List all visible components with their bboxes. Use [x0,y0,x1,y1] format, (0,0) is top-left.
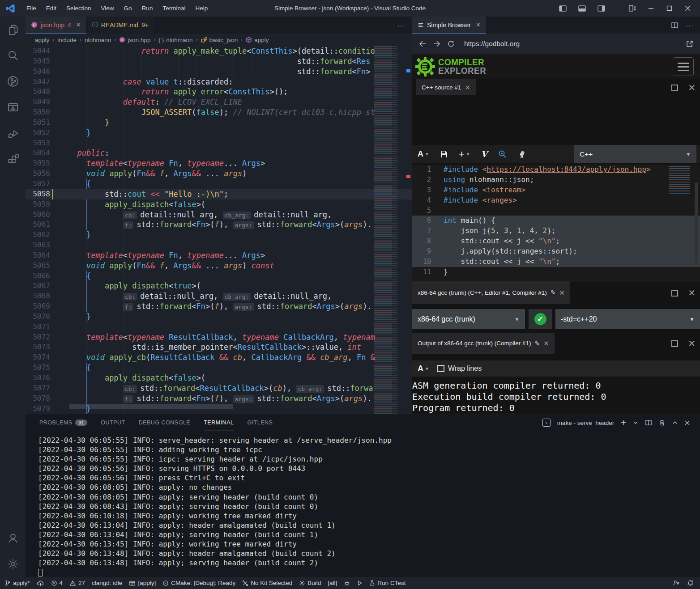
menu-run[interactable]: Run [137,0,158,17]
split-terminal-icon[interactable] [645,419,652,426]
panel-tab-output[interactable]: OUTPUT [101,414,125,431]
status-item--all-[interactable]: [all] [328,580,337,586]
panel-tab-debug-console[interactable]: DEBUG CONSOLE [139,414,191,431]
minimap[interactable] [374,46,405,414]
menu-view[interactable]: View [96,0,119,17]
wrap-lines-toggle[interactable]: Wrap lines [437,364,482,373]
reload-icon[interactable] [447,40,455,48]
url-input[interactable]: https://godbolt.org [464,40,679,48]
toggle-sidebar-icon[interactable] [559,5,567,12]
close-tab-icon[interactable]: ✕ [476,21,481,28]
menu-help[interactable]: Help [190,0,213,17]
godbolt-scrollbar[interactable] [695,182,698,263]
status-item-info-circle[interactable]: CMake: [Debug]: Ready [162,580,235,586]
status-item-feedback[interactable] [673,580,680,586]
status-item-beaker[interactable]: Run CTest [369,580,405,586]
search-icon[interactable] [0,42,26,68]
edit-pane-title-icon[interactable]: ✎ [535,340,540,347]
minimize-button[interactable] [648,5,654,12]
edit-pane-title-icon[interactable]: ✎ [551,289,556,296]
new-terminal-icon[interactable]: + [621,418,626,428]
terminal-output[interactable]: [2022-04-30 06:05:55] INFO: serve_header… [38,436,696,576]
save-icon[interactable] [440,150,448,158]
more-actions-icon[interactable]: ··· [397,21,405,29]
close-window-button[interactable] [684,5,691,12]
status-item-error-circle[interactable]: 4 [51,580,63,586]
open-external-icon[interactable] [686,40,694,48]
vim-mode-icon[interactable]: V [481,149,487,159]
compiler-pane-tab[interactable]: x86-64 gcc (trunk) (C++, Editor #1, Comp… [412,281,570,304]
horizontal-scrollbar[interactable] [69,404,233,409]
toggle-secondary-sidebar-icon[interactable] [598,5,605,12]
status-item-gear[interactable]: Build [299,580,321,586]
extensions-icon[interactable] [0,146,26,172]
breadcrumb-item[interactable]: { }nlohmann [158,37,192,43]
menu-go[interactable]: Go [119,0,137,17]
close-tab-icon[interactable]: ✕ [76,21,81,28]
simple-browser-preview-icon[interactable] [0,94,26,120]
hamburger-menu-icon[interactable] [673,57,694,76]
settings-gear-icon[interactable] [0,551,26,577]
toggle-panel-icon[interactable] [578,5,586,12]
breadcrumb-item[interactable]: Cjson.hpp [119,37,150,43]
status-item-play[interactable] [357,580,363,586]
panel-tab-terminal[interactable]: TERMINAL [204,414,234,431]
status-item-git-branch[interactable]: apply* [4,580,30,586]
language-select[interactable]: C++ ▼ [574,145,696,163]
font-size-icon[interactable]: A▼ [418,364,429,373]
kill-terminal-icon[interactable] [659,419,666,426]
compiler-explorer-logo[interactable]: COMPILER EXPLORER [415,56,489,77]
close-pane-icon[interactable]: ✕ [688,83,696,92]
close-pane-icon[interactable]: ✕ [543,340,549,347]
back-icon[interactable] [418,40,427,47]
tab-json-hpp[interactable]: C json.hpp 4 ✕ [26,17,87,34]
tab-readme-md[interactable]: ⓘ README.md 9+ [87,17,154,34]
terminal-dropdown-icon[interactable] [633,420,638,425]
maximize-pane-icon[interactable] [671,290,678,297]
compiler-select[interactable]: x86-64 gcc (trunk) ▼ [412,309,525,329]
breadcrumb-item[interactable]: basic_json [201,37,238,43]
source-control-icon[interactable] [0,68,26,94]
breadcrumb-item[interactable]: include [57,37,77,43]
maximize-button[interactable] [666,5,673,12]
close-pane-icon[interactable]: ✕ [559,289,565,296]
customize-layout-icon[interactable] [629,5,636,12]
status-item-clangd-idle[interactable]: clangd: idle [92,580,122,586]
close-panel-icon[interactable] [684,420,690,426]
split-editor-icon[interactable] [671,21,679,29]
forward-icon[interactable] [433,40,441,47]
breadcrumb-item[interactable]: apply [35,37,49,43]
account-icon[interactable] [0,525,26,551]
close-pane-icon[interactable]: ✕ [688,339,696,348]
maximize-pane-icon[interactable] [671,340,678,347]
panel-tab-gitlens[interactable]: GITLENS [247,414,273,431]
godbolt-code-editor[interactable]: 1#include <https://localhost:8443/apply/… [412,165,700,282]
font-size-icon[interactable]: A▼ [418,149,429,159]
maximize-panel-icon[interactable] [672,420,678,425]
breadcrumb-item[interactable]: nlohmann [85,37,111,43]
ostrich-icon[interactable] [517,150,525,159]
add-pane-icon[interactable]: +▼ [459,148,470,160]
run-debug-icon[interactable] [0,120,26,146]
close-pane-icon[interactable]: ✕ [465,84,471,91]
menu-selection[interactable]: Selection [61,0,96,17]
menu-terminal[interactable]: Terminal [158,0,190,17]
output-pane-tab[interactable]: Output of x86-64 gcc (trunk) (Compiler #… [412,333,555,354]
close-pane-icon[interactable]: ✕ [688,288,696,297]
status-item-bug[interactable] [344,580,350,586]
terminal-session-label[interactable]: make - serve_header [557,420,615,426]
tab-simple-browser[interactable]: Simple Browser ✕ [412,17,487,34]
source-pane-tab[interactable]: C++ source #1 ✕ [416,79,476,95]
status-item-warning-triangle[interactable]: 27 [69,580,85,586]
status-item-tools[interactable]: No Kit Selected [242,580,292,586]
status-item-bell-dot[interactable] [687,580,694,587]
explorer-icon[interactable] [0,17,26,42]
code-editor[interactable]: 5044 return apply_make_tuple<ConstThis>(… [26,46,412,414]
menu-file[interactable]: File [21,0,41,17]
menu-edit[interactable]: Edit [41,0,61,17]
compiler-options-input[interactable]: -std=c++20 ▼ [555,309,700,329]
status-item-cloud-upload[interactable] [37,580,44,586]
zoom-magnifier-icon[interactable] [498,150,507,158]
maximize-pane-icon[interactable] [671,85,678,91]
more-actions-icon[interactable]: ··· [686,21,694,29]
